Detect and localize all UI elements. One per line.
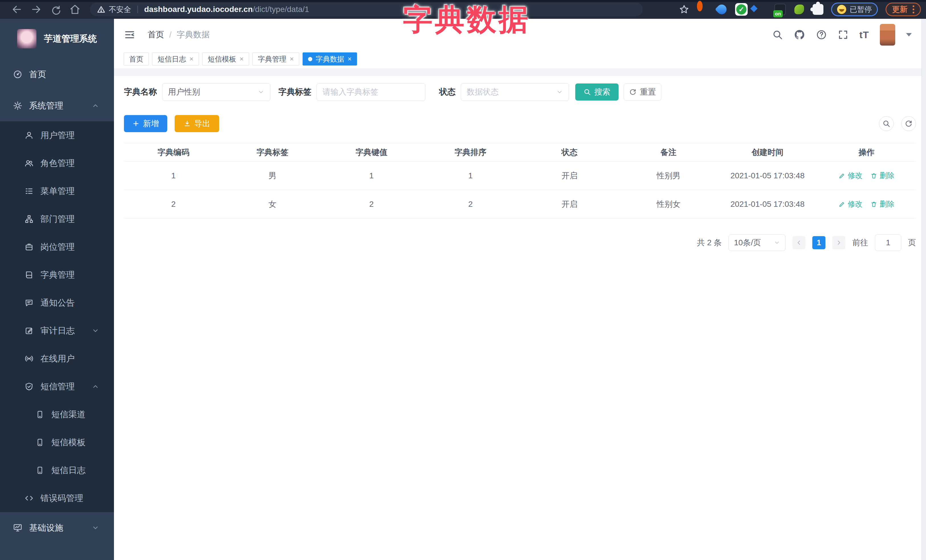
url-path: /dict/type/data/1 bbox=[253, 5, 309, 14]
tab-bar: 首页 短信日志× 短信模板× 字典管理× 字典数据× bbox=[114, 51, 921, 69]
sidebar-item-role-mgmt[interactable]: 角色管理 bbox=[0, 149, 114, 177]
profile-paused-badge[interactable]: 已暂停 bbox=[831, 3, 878, 16]
book-icon bbox=[23, 270, 35, 279]
browser-update-button[interactable]: 更新 bbox=[885, 3, 921, 16]
sidebar-item-dept-mgmt[interactable]: 部门管理 bbox=[0, 205, 114, 233]
extension-drop-icon[interactable] bbox=[716, 4, 728, 15]
refresh-table-button[interactable] bbox=[901, 116, 916, 131]
page-size-select[interactable]: 10条/页 bbox=[729, 234, 785, 251]
address-separator bbox=[137, 6, 138, 13]
edit-link[interactable]: 修改 bbox=[838, 171, 862, 181]
total-count: 共 2 条 bbox=[697, 237, 722, 248]
sidebar-item-dict-mgmt[interactable]: 字典管理 bbox=[0, 261, 114, 289]
app-logo-block[interactable]: 芋道管理系统 bbox=[0, 19, 114, 59]
add-button[interactable]: 新增 bbox=[124, 115, 167, 132]
tab-sms-log[interactable]: 短信日志× bbox=[152, 53, 199, 65]
user-icon bbox=[23, 131, 35, 140]
sidebar-item-menu-mgmt[interactable]: 菜单管理 bbox=[0, 177, 114, 205]
sidebar-submenu-system: 用户管理 角色管理 菜单管理 部门管理 岗位管理 bbox=[0, 121, 114, 512]
search-icon bbox=[584, 88, 591, 96]
font-size-icon[interactable]: tT bbox=[859, 29, 869, 41]
phone-icon bbox=[34, 438, 45, 447]
sidebar: 芋道管理系统 首页 系统管理 用户管理 角色管理 bbox=[0, 19, 114, 560]
security-label: 不安全 bbox=[109, 5, 131, 15]
download-icon bbox=[183, 120, 191, 127]
pencil-icon bbox=[838, 201, 845, 208]
sidebar-item-online-users[interactable]: 在线用户 bbox=[0, 345, 114, 373]
sidebar-item-sms-channel[interactable]: 短信渠道 bbox=[0, 400, 114, 429]
breadcrumb-current: 字典数据 bbox=[177, 29, 210, 41]
sidebar-item-sms-log[interactable]: 短信日志 bbox=[0, 456, 114, 484]
github-icon[interactable] bbox=[794, 29, 805, 41]
tab-sms-template[interactable]: 短信模板× bbox=[202, 53, 249, 65]
delete-link[interactable]: 删除 bbox=[870, 199, 894, 209]
close-icon[interactable]: × bbox=[240, 56, 244, 62]
status-select[interactable]: 数据状态 bbox=[461, 83, 569, 101]
browser-menu-icon[interactable] bbox=[912, 5, 914, 14]
page-number-current[interactable]: 1 bbox=[812, 236, 825, 249]
extension-leaf-icon[interactable] bbox=[793, 4, 805, 15]
col-dict-value: 字典键值 bbox=[322, 147, 421, 158]
close-icon[interactable]: × bbox=[348, 56, 352, 62]
close-icon[interactable]: × bbox=[290, 56, 294, 62]
col-status: 状态 bbox=[520, 147, 619, 158]
sidebar-item-infrastructure[interactable]: 基础设施 bbox=[0, 512, 114, 543]
table-toolbar: 新增 导出 bbox=[124, 115, 916, 132]
breadcrumb-home[interactable]: 首页 bbox=[148, 29, 164, 41]
search-button[interactable]: 搜索 bbox=[575, 83, 619, 101]
address-bar[interactable]: 不安全 dashboard.yudao.iocoder.cn/dict/type… bbox=[90, 3, 643, 16]
breadcrumb-separator: / bbox=[169, 30, 171, 39]
back-icon[interactable] bbox=[11, 4, 22, 15]
phone-icon bbox=[34, 466, 45, 474]
sidebar-item-audit-log[interactable]: 审计日志 bbox=[0, 317, 114, 345]
dict-type-select[interactable]: 用户性别 bbox=[162, 83, 270, 101]
extension-switch-icon[interactable]: on bbox=[775, 4, 786, 15]
goto-page-input[interactable] bbox=[875, 234, 901, 251]
bookmark-star-icon[interactable] bbox=[679, 4, 689, 15]
export-button[interactable]: 导出 bbox=[175, 115, 219, 132]
home-icon[interactable] bbox=[70, 4, 80, 15]
tab-dict-mgmt[interactable]: 字典管理× bbox=[253, 53, 299, 65]
sidebar-item-error-code[interactable]: 错误码管理 bbox=[0, 484, 114, 512]
reset-button[interactable]: 重置 bbox=[624, 83, 661, 101]
sidebar-item-home[interactable]: 首页 bbox=[0, 59, 114, 90]
table-header-row: 字典编码 字典标签 字典键值 字典排序 状态 备注 创建时间 操作 bbox=[124, 143, 916, 162]
sidebar-item-user-mgmt[interactable]: 用户管理 bbox=[0, 121, 114, 149]
phone-icon bbox=[34, 410, 45, 419]
dict-label-label: 字典标签 bbox=[278, 86, 312, 98]
user-menu-caret-icon[interactable] bbox=[906, 33, 912, 36]
goto-label: 前往 bbox=[852, 237, 868, 248]
pencil-icon bbox=[838, 172, 845, 179]
main-area: 首页 / 字典数据 tT 首页 短信日志× bbox=[114, 19, 921, 560]
help-icon[interactable] bbox=[816, 29, 827, 40]
col-dict-sort: 字典排序 bbox=[421, 147, 520, 158]
sidebar-collapse-icon[interactable] bbox=[124, 29, 136, 41]
sidebar-item-sms-template[interactable]: 短信模板 bbox=[0, 429, 114, 456]
extension-checker-icon[interactable]: ✓ bbox=[735, 3, 747, 16]
sidebar-item-system[interactable]: 系统管理 bbox=[0, 90, 114, 121]
tab-dict-data[interactable]: 字典数据× bbox=[303, 53, 357, 65]
extension-ublock-icon[interactable] bbox=[697, 4, 708, 15]
status-text: 开启 bbox=[520, 171, 619, 181]
edit-link[interactable]: 修改 bbox=[838, 199, 862, 209]
next-page-button[interactable] bbox=[832, 236, 845, 249]
dict-label-input[interactable] bbox=[316, 83, 425, 101]
prev-page-button[interactable] bbox=[792, 236, 805, 249]
sidebar-item-sms-mgmt[interactable]: 短信管理 bbox=[0, 373, 114, 400]
search-icon[interactable] bbox=[772, 29, 783, 40]
sidebar-item-post-mgmt[interactable]: 岗位管理 bbox=[0, 233, 114, 261]
forward-icon[interactable] bbox=[31, 4, 42, 15]
fullscreen-icon[interactable] bbox=[838, 29, 849, 40]
monitor-icon bbox=[12, 523, 23, 533]
sidebar-item-notice[interactable]: 通知公告 bbox=[0, 289, 114, 317]
user-avatar[interactable] bbox=[880, 24, 895, 45]
tab-home[interactable]: 首页 bbox=[124, 53, 149, 65]
delete-link[interactable]: 删除 bbox=[870, 171, 894, 181]
close-icon[interactable]: × bbox=[189, 56, 194, 62]
dashboard-icon bbox=[12, 69, 23, 79]
reload-icon[interactable] bbox=[50, 4, 61, 15]
page-scrollbar[interactable] bbox=[921, 19, 926, 560]
toggle-search-button[interactable] bbox=[879, 116, 894, 131]
extension-stats-icon[interactable] bbox=[755, 4, 767, 15]
extensions-puzzle-icon[interactable] bbox=[813, 4, 823, 15]
